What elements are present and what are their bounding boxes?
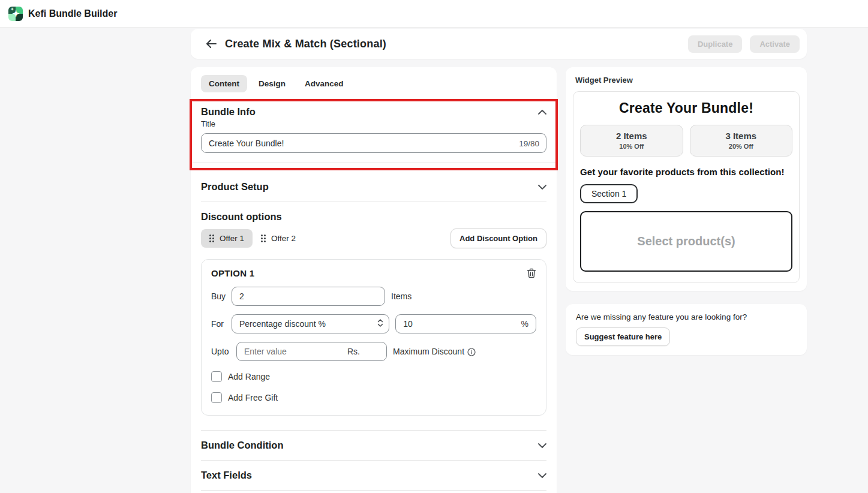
add-discount-option-button[interactable]: Add Discount Option bbox=[450, 229, 546, 248]
page-title: Create Mix & Match (Sectional) bbox=[225, 38, 386, 50]
rs-suffix: Rs. bbox=[347, 347, 360, 356]
product-setup-header[interactable]: Product Setup bbox=[201, 170, 546, 202]
drag-handle-icon[interactable] bbox=[209, 235, 214, 242]
activate-button[interactable]: Activate bbox=[750, 35, 800, 53]
offer-1-label: Offer 1 bbox=[220, 234, 244, 243]
app-logo-icon: ✦ ✦ bbox=[8, 7, 23, 21]
bundle-title-input[interactable] bbox=[201, 133, 546, 153]
offer-2-tab[interactable]: Offer 2 bbox=[253, 229, 304, 248]
add-free-gift-label: Add Free Gift bbox=[228, 393, 278, 402]
for-row: For Percentage discount % % bbox=[211, 314, 536, 333]
option-1-panel: OPTION 1 Buy Items For bbox=[201, 259, 546, 416]
offer-2-label: Offer 2 bbox=[271, 234, 296, 243]
max-discount-input[interactable] bbox=[236, 342, 387, 361]
item-subtitle: 20% Off bbox=[690, 143, 792, 150]
add-range-row[interactable]: Add Range bbox=[211, 371, 536, 382]
add-range-checkbox[interactable] bbox=[211, 371, 222, 382]
collection-text: Get your favorite products from this col… bbox=[580, 167, 792, 177]
offer-1-tab[interactable]: Offer 1 bbox=[201, 229, 253, 248]
widget-preview-label: Widget Preview bbox=[573, 76, 800, 85]
offers-row: Offer 1 Offer 2 Add Discount Option bbox=[201, 229, 546, 248]
bundle-info-title: Bundle Info bbox=[201, 106, 256, 118]
discount-type-value: Percentage discount % bbox=[239, 319, 326, 329]
widget-title: Create Your Bundle! bbox=[580, 100, 792, 116]
chevron-up-icon[interactable] bbox=[538, 110, 546, 115]
option-1-title: OPTION 1 bbox=[211, 268, 254, 278]
item-title: 2 Items bbox=[581, 131, 683, 141]
feature-question: Are we missing any feature you are looki… bbox=[576, 312, 797, 321]
buy-label: Buy bbox=[211, 291, 226, 301]
suggest-feature-button[interactable]: Suggest feature here bbox=[576, 327, 670, 346]
upto-row: Upto Rs. Maximum Discount bbox=[211, 342, 536, 361]
item-subtitle: 10% Off bbox=[581, 143, 683, 150]
item-title: 3 Items bbox=[690, 131, 792, 141]
top-bar: ✦ ✦ Kefi Bundle Builder bbox=[0, 0, 868, 28]
arrow-left-icon bbox=[206, 40, 217, 48]
widget-preview-card: Widget Preview Create Your Bundle! 2 Ite… bbox=[566, 67, 807, 291]
custom-message-header[interactable]: Custom Message bbox=[201, 491, 546, 493]
tab-design[interactable]: Design bbox=[251, 75, 293, 92]
add-free-gift-row[interactable]: Add Free Gift bbox=[211, 392, 536, 403]
page: ✦ ✦ Kefi Bundle Builder Create Mix & Mat… bbox=[0, 0, 868, 493]
title-input-wrap: 19/80 bbox=[201, 133, 546, 153]
bundle-info-section-highlight: Bundle Info Title 19/80 bbox=[190, 99, 558, 170]
drag-handle-icon[interactable] bbox=[261, 235, 266, 242]
percent-suffix: % bbox=[521, 319, 528, 329]
char-counter: 19/80 bbox=[519, 139, 539, 148]
bundle-condition-title: Bundle Condition bbox=[201, 440, 283, 451]
tab-advanced[interactable]: Advanced bbox=[297, 75, 352, 92]
header-actions: Duplicate Activate bbox=[688, 35, 800, 53]
max-discount-label: Maximum Discount bbox=[393, 347, 476, 356]
bundle-condition-header[interactable]: Bundle Condition bbox=[201, 431, 546, 461]
page-header: Create Mix & Match (Sectional) Duplicate… bbox=[191, 29, 807, 59]
tab-bar: Content Design Advanced bbox=[201, 67, 546, 99]
delete-option-button[interactable] bbox=[527, 268, 536, 278]
section-1-tab[interactable]: Section 1 bbox=[580, 184, 638, 203]
add-range-label: Add Range bbox=[228, 372, 270, 381]
bundle-items-row: 2 Items 10% Off 3 Items 20% Off bbox=[580, 125, 792, 157]
bundle-option-3-items[interactable]: 3 Items 20% Off bbox=[690, 125, 793, 157]
feature-suggestion-card: Are we missing any feature you are looki… bbox=[566, 304, 807, 355]
trash-icon bbox=[527, 268, 536, 278]
buy-row: Buy Items bbox=[211, 287, 536, 306]
plus-icon: ✦ bbox=[12, 8, 20, 17]
bundle-info-header[interactable]: Bundle Info bbox=[201, 106, 546, 118]
bundle-option-2-items[interactable]: 2 Items 10% Off bbox=[580, 125, 683, 157]
select-products-box[interactable]: Select product(s) bbox=[580, 211, 792, 272]
tab-content[interactable]: Content bbox=[201, 75, 247, 92]
chevron-down-icon[interactable] bbox=[538, 443, 546, 448]
right-column: Widget Preview Create Your Bundle! 2 Ite… bbox=[566, 67, 807, 355]
widget-preview-box: Create Your Bundle! 2 Items 10% Off 3 It… bbox=[573, 91, 800, 283]
buy-quantity-input[interactable] bbox=[232, 287, 385, 306]
items-suffix-label: Items bbox=[391, 291, 412, 301]
app-title: Kefi Bundle Builder bbox=[28, 8, 117, 19]
title-field-label: Title bbox=[201, 119, 546, 128]
back-button[interactable] bbox=[204, 37, 218, 51]
discount-type-select[interactable]: Percentage discount % bbox=[232, 314, 389, 333]
select-products-placeholder: Select product(s) bbox=[637, 235, 735, 248]
discount-value-input[interactable] bbox=[395, 314, 536, 333]
select-stepper-icon bbox=[377, 319, 383, 329]
chevron-down-icon[interactable] bbox=[538, 185, 546, 190]
upto-label: Upto bbox=[211, 347, 230, 356]
duplicate-button[interactable]: Duplicate bbox=[688, 35, 743, 53]
content-card: Content Design Advanced Bundle Info Titl… bbox=[191, 67, 557, 493]
chevron-down-icon[interactable] bbox=[538, 473, 546, 478]
discount-options-title: Discount options bbox=[201, 211, 546, 223]
discount-options-section: Discount options Offer 1 Offer 2 Add Dis… bbox=[201, 202, 546, 416]
product-setup-title: Product Setup bbox=[201, 181, 269, 193]
add-free-gift-checkbox[interactable] bbox=[211, 392, 222, 403]
info-icon[interactable] bbox=[467, 348, 476, 356]
text-fields-title: Text Fields bbox=[201, 470, 252, 481]
text-fields-header[interactable]: Text Fields bbox=[201, 461, 546, 491]
for-label: For bbox=[211, 319, 226, 329]
